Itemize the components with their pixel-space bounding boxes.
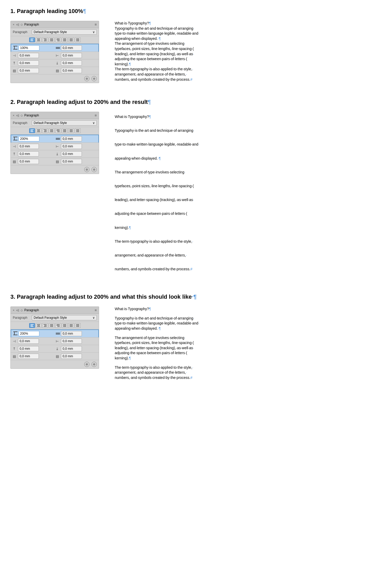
add-icon-2[interactable]: ⊕: [92, 167, 97, 172]
svg-rect-81: [70, 325, 73, 326]
align-center-btn-1[interactable]: [36, 37, 41, 42]
svg-rect-92: [56, 334, 60, 334]
clear-icon-3[interactable]: ⊗: [84, 362, 89, 367]
spacing-input-group-1: 0,0 mm: [56, 45, 96, 51]
tab-value-1[interactable]: 0,0 mm: [18, 68, 39, 73]
leading-value-1[interactable]: 100%: [19, 45, 39, 51]
close-icon-2[interactable]: ×: [13, 114, 14, 117]
align-btn-6-1[interactable]: [62, 37, 68, 42]
more-icon-1[interactable]: »||: [16, 23, 19, 26]
align-btn-8-1[interactable]: [75, 37, 81, 42]
indent-right-value-2[interactable]: 0,0 mm: [61, 144, 82, 149]
svg-rect-7: [44, 40, 47, 40]
panel-3-bottom: ⊗ ⊕: [11, 360, 99, 368]
svg-rect-77: [63, 324, 66, 325]
leading-value-2[interactable]: 200%: [19, 136, 39, 141]
align-btn-7-3[interactable]: [68, 323, 74, 328]
svg-rect-19: [70, 40, 73, 40]
align-btn-5-2[interactable]: [55, 128, 61, 133]
svg-rect-16: [63, 40, 66, 40]
indent-right-value-1[interactable]: 0,0 mm: [61, 53, 82, 58]
svg-rect-12: [57, 39, 60, 39]
panel-2-style-row: Paragraph Default Paragraph Style ∨: [11, 119, 99, 127]
svg-rect-10: [50, 40, 53, 40]
align-left-btn-2[interactable]: [29, 128, 35, 133]
align-btn-7-2[interactable]: [68, 128, 74, 133]
svg-rect-22: [76, 40, 79, 40]
panel-3-space-row: ⤒ 0,0 mm ⤓ 0,0 mm: [11, 345, 99, 353]
space-after-value-3[interactable]: 0,0 mm: [61, 346, 82, 351]
panel-1-indent-row: ⊣ 0,0 mm ⊢ 0,0 mm: [11, 52, 99, 59]
menu-icon-1[interactable]: ≡: [95, 22, 97, 27]
align-right-btn-1[interactable]: [42, 37, 48, 42]
indent-right-value-3[interactable]: 0,0 mm: [61, 339, 82, 344]
close-icon-1[interactable]: ×: [13, 23, 14, 26]
tab-value-2[interactable]: 0,0 mm: [18, 159, 39, 164]
menu-icon-3[interactable]: ≡: [95, 308, 97, 312]
spacing-value-3[interactable]: 0,0 mm: [61, 331, 82, 336]
menu-icon-2[interactable]: ≡: [95, 113, 97, 117]
spacing-value-1[interactable]: 0,0 mm: [61, 45, 82, 51]
svg-rect-26: [14, 47, 15, 49]
svg-rect-1: [31, 40, 33, 40]
svg-rect-15: [63, 39, 66, 39]
typo-para-1-3: The·arrangement·of·type·involves·selecti…: [115, 41, 355, 67]
more-icon-3[interactable]: »||: [16, 309, 19, 312]
align-left-btn-1[interactable]: [29, 37, 35, 42]
more-icon-2[interactable]: »||: [16, 114, 19, 117]
align-btn-5-1[interactable]: [55, 37, 61, 42]
tab-value-3[interactable]: 0,0 mm: [18, 354, 39, 359]
tab2-value-3[interactable]: 0,0 mm: [61, 354, 82, 359]
tab2-icon-1: ▤: [56, 69, 60, 73]
indent-left-value-1[interactable]: 0,0 mm: [18, 53, 39, 58]
align-btn-6-2[interactable]: [62, 128, 68, 133]
diamond-icon-3[interactable]: ◇: [21, 309, 23, 312]
panel-3-style-select[interactable]: Default Paragraph Style ∨: [32, 315, 97, 320]
align-center-btn-3[interactable]: [36, 323, 41, 328]
diamond-icon-1[interactable]: ◇: [21, 23, 23, 26]
typo-para-3-1: What·is·Typography?¶: [115, 306, 355, 312]
close-icon-3[interactable]: ×: [13, 309, 14, 312]
indent-left-value-2[interactable]: 0,0 mm: [18, 144, 39, 149]
space-before-value-2[interactable]: 0,0 mm: [18, 151, 39, 157]
space-before-value-1[interactable]: 0,0 mm: [18, 60, 39, 66]
panel-1-space-row: ⤒ 0,0 mm ⤓ 0,0 mm: [11, 59, 99, 67]
align-btn-6-3[interactable]: [62, 323, 68, 328]
clear-icon-2[interactable]: ⊗: [84, 167, 89, 172]
panel-2-style-select[interactable]: Default Paragraph Style ∨: [32, 120, 97, 126]
svg-rect-5: [37, 41, 40, 41]
panel-1-style-select[interactable]: Default Paragraph Style ∨: [32, 29, 97, 35]
tab2-value-1[interactable]: 0,0 mm: [61, 68, 82, 73]
add-icon-3[interactable]: ⊕: [92, 362, 97, 367]
align-left-btn-3[interactable]: [29, 323, 35, 328]
space-after-value-2[interactable]: 0,0 mm: [61, 151, 82, 157]
svg-rect-76: [57, 326, 60, 327]
svg-rect-66: [37, 325, 40, 326]
tab2-value-2[interactable]: 0,0 mm: [61, 159, 82, 164]
align-btn-8-2[interactable]: [75, 128, 81, 133]
section-3-content: × »|| ◇ Paragraph ≡ Paragraph Default Pa…: [10, 306, 355, 380]
chevron-down-icon-3: ∨: [93, 316, 95, 320]
add-icon-1[interactable]: ⊕: [92, 76, 97, 81]
indent-left-value-3[interactable]: 0,0 mm: [18, 339, 39, 344]
align-center-btn-2[interactable]: [36, 128, 41, 133]
align-btn-5-3[interactable]: [55, 323, 61, 328]
space-before-value-3[interactable]: 0,0 mm: [18, 346, 39, 351]
leading-value-3[interactable]: 200%: [19, 331, 39, 336]
align-btn-7-1[interactable]: [68, 37, 74, 42]
align-justify-btn-1[interactable]: [49, 37, 54, 42]
typography-text-2: What·is·Typography?¶ Typography·is·the·a…: [115, 112, 355, 278]
align-right-btn-3[interactable]: [42, 323, 48, 328]
paragraph-panel-3: × »|| ◇ Paragraph ≡ Paragraph Default Pa…: [10, 306, 99, 369]
indent-left-icon-2: ⊣: [13, 145, 17, 148]
paragraph-panel-2: × »|| ◇ Paragraph ≡ Paragraph Default Pa…: [10, 112, 99, 174]
align-justify-btn-2[interactable]: [49, 128, 54, 133]
space-after-value-1[interactable]: 0,0 mm: [61, 60, 82, 66]
clear-icon-1[interactable]: ⊗: [84, 76, 89, 81]
spacing-value-2[interactable]: 0,0 mm: [61, 136, 82, 141]
align-right-btn-2[interactable]: [42, 128, 48, 133]
align-btn-8-3[interactable]: [75, 323, 81, 328]
diamond-icon-2[interactable]: ◇: [21, 114, 23, 117]
space-after-icon-2: ⤓: [56, 152, 60, 156]
align-justify-btn-3[interactable]: [49, 323, 54, 328]
